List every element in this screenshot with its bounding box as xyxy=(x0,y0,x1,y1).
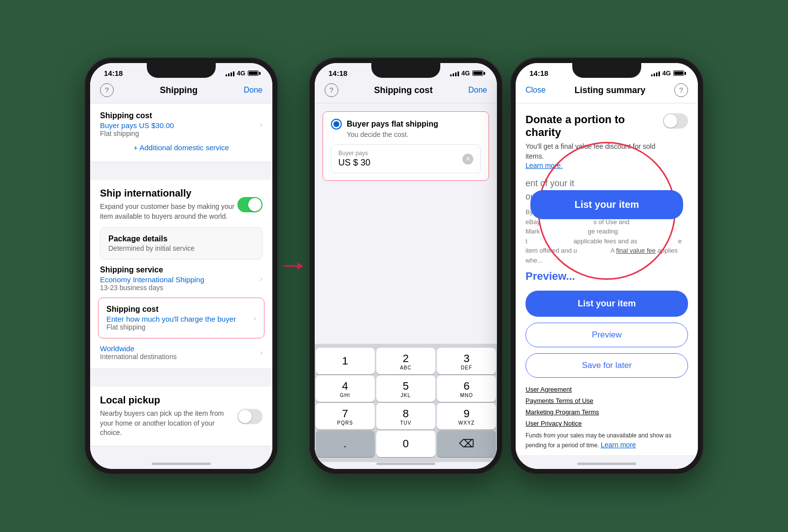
keypad-row-2: 4 GHI 5 JKL 6 MNO xyxy=(315,375,497,402)
charity-section: Donate a portion to charity You'll get a… xyxy=(525,113,688,455)
chevron-icon-3: › xyxy=(254,314,256,323)
notch xyxy=(147,63,216,78)
keypad-row-4: . 0 ⌫ xyxy=(315,431,497,457)
key-5[interactable]: 5 JKL xyxy=(376,375,435,402)
preview-label: Preview... xyxy=(525,270,688,283)
key-dot[interactable]: . xyxy=(316,431,375,457)
local-pickup-desc: Nearby buyers can pick up the item from … xyxy=(100,409,237,438)
shipping-cost-row[interactable]: Shipping cost Buyer pays US $30.00 Flat … xyxy=(100,111,263,137)
key-8[interactable]: 8 TUV xyxy=(376,403,435,430)
network-1: 4G xyxy=(237,69,245,77)
shipping-cost2-value: Enter how much you'll charge the buyer xyxy=(106,315,236,323)
notch-3 xyxy=(572,63,641,78)
marketing-terms-link[interactable]: Marketing Program Terms xyxy=(525,408,688,416)
flat-shipping-option[interactable]: Buyer pays flat shipping You decide the … xyxy=(323,111,489,181)
battery-icon-1 xyxy=(248,70,259,76)
key-1[interactable]: 1 xyxy=(316,348,375,374)
preview-button[interactable]: Preview xyxy=(525,323,688,347)
key-backspace[interactable]: ⌫ xyxy=(437,431,496,457)
scroll-content-1: Shipping cost Buyer pays US $30.00 Flat … xyxy=(90,103,272,455)
toggle-thumb xyxy=(248,198,262,211)
home-indicator-1 xyxy=(152,463,211,465)
key-7[interactable]: 7 PQRS xyxy=(316,403,375,430)
key-2[interactable]: 2 ABC xyxy=(376,348,435,374)
divider-1 xyxy=(90,162,272,180)
done-button-2[interactable]: Done xyxy=(468,86,487,95)
chevron-icon: › xyxy=(260,120,263,129)
list-item-button[interactable]: List your item xyxy=(525,291,688,317)
scroll-content-3: Donate a portion to charity You'll get a… xyxy=(516,103,698,455)
key-3[interactable]: 3 DEF xyxy=(437,348,496,374)
help-icon-2[interactable]: ? xyxy=(325,83,338,97)
scroll-content-2: Buyer pays flat shipping You decide the … xyxy=(315,103,497,293)
key-4[interactable]: 4 GHI xyxy=(316,375,375,402)
payments-terms-link[interactable]: Payments Terms of Use xyxy=(525,397,688,404)
package-details-sub: Determined by initial service xyxy=(108,244,254,252)
time-1: 14:18 xyxy=(104,69,123,77)
phone3: 14:18 4G xyxy=(511,58,703,474)
done-button-1[interactable]: Done xyxy=(244,86,263,95)
nav-bar-1: ? Shipping Done xyxy=(90,79,272,103)
shipping-cost2-sub: Flat shipping xyxy=(106,323,236,331)
save-for-later-button[interactable]: Save for later xyxy=(525,353,688,378)
overlay-text-partial: ent of your it our item sells. xyxy=(525,177,688,203)
worldwide-value: Worldwide xyxy=(100,344,177,353)
add-service-link[interactable]: + Additional domestic service xyxy=(100,137,263,154)
help-icon-1[interactable]: ? xyxy=(100,83,114,97)
shipping-service-sub: 13-23 business days xyxy=(100,284,204,292)
home-indicator-3 xyxy=(577,463,636,465)
key-0[interactable]: 0 xyxy=(376,431,435,457)
status-icons-2: 4G xyxy=(450,69,483,77)
chevron-icon-4: › xyxy=(260,348,263,357)
shipping-cost2-label: Shipping cost xyxy=(106,305,236,314)
page-title-2: Shipping cost xyxy=(374,85,432,96)
bottom-spacer-1 xyxy=(90,446,272,455)
charity-toggle[interactable] xyxy=(663,113,688,129)
key-9[interactable]: 9 WXYZ xyxy=(437,403,496,430)
keypad-row-3: 7 PQRS 8 TUV 9 WXYZ xyxy=(315,403,497,430)
nav-bar-3: Close Listing summary ? xyxy=(516,79,698,103)
shipping-cost-value: Buyer pays US $30.00 xyxy=(100,121,174,130)
learn-more-link[interactable]: Learn more xyxy=(601,441,636,449)
local-pickup-toggle[interactable] xyxy=(237,409,263,424)
buyer-pays-input[interactable]: Buyer pays US $ 30 ✕ xyxy=(331,144,481,173)
charity-desc: You'll get a final value fee discount fo… xyxy=(525,142,657,161)
arrow-connector xyxy=(284,259,303,273)
highlighted-row[interactable]: Shipping cost Enter how much you'll char… xyxy=(98,298,264,338)
shipping-cost-label: Shipping cost xyxy=(100,111,174,120)
input-label: Buyer pays xyxy=(338,150,370,157)
network-3: 4G xyxy=(662,69,671,77)
page-title-3: Listing summary xyxy=(574,85,645,96)
input-value: US $ 30 xyxy=(338,158,370,168)
battery-icon-2 xyxy=(472,70,483,76)
key-6[interactable]: 6 MNO xyxy=(437,375,496,402)
toggle-thumb-2 xyxy=(238,410,252,423)
time-2: 14:18 xyxy=(328,69,347,77)
phone1: 14:18 4G xyxy=(85,58,277,474)
package-details-subsection: Package details Determined by initial se… xyxy=(100,227,263,260)
local-pickup-section: Local pickup Nearby buyers can pick up t… xyxy=(90,387,272,446)
ship-intl-row: Ship internationally Expand your custome… xyxy=(100,188,263,221)
shipping-cost-highlighted: Shipping cost Enter how much you'll char… xyxy=(100,298,263,338)
user-agreement-link[interactable]: User Agreement xyxy=(525,386,688,393)
divider-2 xyxy=(90,369,272,387)
ship-intl-toggle[interactable] xyxy=(237,197,263,212)
privacy-notice-link[interactable]: User Privacy Notice xyxy=(525,420,688,427)
keypad: 1 2 ABC 3 DEF 4 xyxy=(315,344,497,462)
worldwide-sub: International destinations xyxy=(100,353,177,361)
close-button-3[interactable]: Close xyxy=(525,86,546,95)
keypad-row-1: 1 2 ABC 3 DEF xyxy=(315,348,497,374)
local-pickup-header: Local pickup xyxy=(100,395,237,406)
signal-icon-3 xyxy=(651,70,660,76)
screens-container: 14:18 4G xyxy=(85,58,703,474)
radio-dot xyxy=(333,121,339,127)
signal-icon-1 xyxy=(226,70,234,76)
network-2: 4G xyxy=(461,69,470,77)
charity-header: Donate a portion to charity xyxy=(525,113,657,139)
ship-internationally-section: Ship internationally Expand your custome… xyxy=(90,180,272,369)
radio-circle xyxy=(331,119,342,130)
charity-learn-more[interactable]: Learn more. xyxy=(525,162,562,169)
clear-button[interactable]: ✕ xyxy=(462,154,473,165)
help-icon-3[interactable]: ? xyxy=(674,83,688,97)
shipping-option-wrapper: Buyer pays flat shipping You decide the … xyxy=(315,103,497,194)
